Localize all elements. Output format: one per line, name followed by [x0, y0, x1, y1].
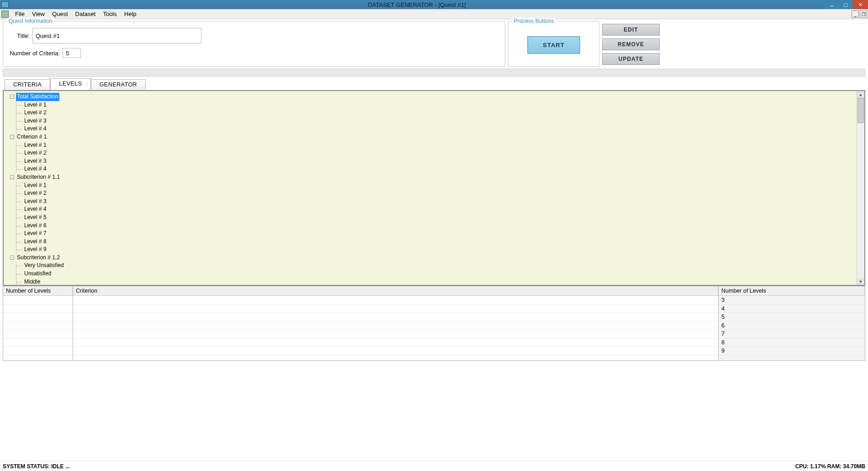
tree-leaf-label[interactable]: Level # 3 [23, 158, 48, 164]
right-levels-table: Number of Levels 3456789 [719, 286, 865, 360]
table-row[interactable] [3, 305, 73, 313]
quest-information-group: Quest Information Title: Number of Crite… [3, 21, 505, 67]
mdi-restore-button[interactable]: ❐ [860, 11, 867, 18]
tab-levels[interactable]: LEVELS [50, 78, 90, 90]
criteria-count-label: Number of Criteria: [8, 50, 60, 57]
start-button[interactable]: START [527, 36, 580, 54]
menu-tools[interactable]: Tools [99, 9, 120, 19]
tree-leaf-label[interactable]: Unsatisfied [23, 270, 52, 277]
tree-leaf-label[interactable]: Level # 2 [23, 150, 48, 156]
table-row[interactable] [3, 330, 73, 338]
menu-bar: File View Quest Dataset Tools Help [0, 9, 868, 19]
table-row[interactable] [73, 330, 718, 338]
tree-leaf-label[interactable]: Level # 1 [23, 182, 48, 188]
tree-leaf-label[interactable]: Level # 6 [23, 222, 48, 229]
scroll-up-icon[interactable]: ▲ [857, 91, 864, 98]
tree-leaf-label[interactable]: Level # 5 [23, 214, 48, 220]
criterion-table: Criterion [73, 286, 719, 360]
table-row[interactable] [3, 296, 73, 305]
bottom-tables: Number of Levels Criterion Number of Lev… [3, 286, 865, 361]
menu-help[interactable]: Help [121, 9, 140, 19]
tab-generator[interactable]: GENERATOR [91, 79, 146, 91]
tree-node-label[interactable]: Total Satisfaction [16, 93, 59, 101]
right-levels-header[interactable]: Number of Levels [719, 286, 865, 296]
process-legend: Process Buttons [512, 18, 556, 24]
criterion-header[interactable]: Criterion [73, 286, 718, 296]
tree-leaf-label[interactable]: Level # 2 [23, 190, 48, 196]
collapse-icon[interactable]: - [10, 175, 14, 179]
quest-info-legend: Quest Information [7, 18, 54, 24]
update-button[interactable]: UPDATE [602, 53, 660, 65]
table-row[interactable] [3, 338, 73, 347]
criteria-count-input[interactable] [63, 48, 81, 58]
table-row[interactable] [73, 296, 718, 305]
tree-scrollbar[interactable]: ▲ ▼ [857, 91, 864, 285]
table-row[interactable]: 7 [719, 330, 865, 338]
tree-panel: -Total SatisfactionLevel # 1Level # 2Lev… [3, 90, 865, 286]
tree-leaf-label[interactable]: Very Unsatisfied [23, 262, 65, 268]
separator-strip [3, 69, 865, 77]
action-buttons: EDIT REMOVE UPDATE [602, 21, 662, 67]
collapse-icon[interactable]: - [10, 256, 14, 260]
table-row[interactable]: 6 [719, 321, 865, 330]
table-row[interactable]: 8 [719, 338, 865, 347]
tree-leaf-label[interactable]: Level # 7 [23, 230, 48, 236]
tree-leaf-label[interactable]: Level # 2 [23, 109, 48, 116]
status-text: SYSTEM STATUS: IDLE ... [3, 463, 70, 470]
scroll-thumb[interactable] [857, 98, 864, 123]
menu-quest[interactable]: Quest [48, 9, 72, 19]
title-bar[interactable]: DATASET GENERATOR - [Quest #1] [0, 0, 868, 9]
title-label: Title: [8, 32, 30, 39]
table-row[interactable] [73, 338, 718, 347]
close-button[interactable] [852, 0, 868, 9]
process-buttons-group: Process Buttons START [508, 21, 599, 67]
menu-app-icon [1, 11, 9, 18]
mdi-minimize-button[interactable]: _ [852, 11, 859, 18]
table-row[interactable] [73, 347, 718, 355]
remove-button[interactable]: REMOVE [602, 38, 660, 50]
table-row[interactable] [73, 321, 718, 330]
tab-criteria[interactable]: CRITERIA [5, 79, 50, 91]
table-row[interactable]: 5 [719, 313, 865, 321]
tab-strip: CRITERIA LEVELS GENERATOR [5, 79, 868, 91]
tree-leaf-label[interactable]: Level # 1 [23, 102, 48, 108]
menu-dataset[interactable]: Dataset [72, 9, 100, 19]
minimize-button[interactable] [825, 0, 839, 9]
app-icon [1, 1, 9, 8]
level-tree[interactable]: -Total SatisfactionLevel # 1Level # 2Lev… [4, 91, 864, 286]
status-bar: SYSTEM STATUS: IDLE ... CPU: 1.17% RAM: … [0, 461, 868, 471]
collapse-icon[interactable]: - [10, 95, 14, 99]
tree-node-label[interactable]: Criterion # 1 [16, 133, 48, 141]
levels-count-header[interactable]: Number of Levels [3, 286, 73, 296]
tree-leaf-label[interactable]: Level # 4 [23, 125, 48, 132]
tree-leaf-label[interactable]: Level # 4 [23, 206, 48, 212]
tree-leaf-label[interactable]: Level # 9 [23, 246, 48, 252]
table-row[interactable]: 9 [719, 347, 865, 355]
tree-leaf-label[interactable]: Level # 4 [23, 166, 48, 172]
tree-leaf-label[interactable]: Level # 8 [23, 238, 48, 245]
tree-leaf-label[interactable]: Level # 3 [23, 118, 48, 124]
table-row[interactable] [3, 313, 73, 321]
table-row[interactable] [3, 321, 73, 330]
table-row[interactable] [3, 347, 73, 355]
title-input[interactable] [32, 28, 201, 43]
resource-usage: CPU: 1.17% RAM: 34.70MB [795, 463, 865, 470]
edit-button[interactable]: EDIT [602, 24, 660, 36]
tree-leaf-label[interactable]: Level # 3 [23, 198, 48, 204]
scroll-down-icon[interactable]: ▼ [857, 278, 864, 285]
levels-count-table: Number of Levels [3, 286, 73, 360]
table-row[interactable] [73, 313, 718, 321]
maximize-button[interactable] [839, 0, 852, 9]
table-row[interactable]: 4 [719, 305, 865, 313]
table-row[interactable]: 3 [719, 296, 865, 305]
tree-leaf-label[interactable]: Level # 1 [23, 142, 48, 148]
menu-view[interactable]: View [28, 9, 48, 19]
window-title: DATASET GENERATOR - [Quest #1] [9, 1, 825, 8]
collapse-icon[interactable]: - [10, 135, 14, 139]
tree-node-label[interactable]: Subcriterion # 1,2 [16, 254, 61, 262]
tree-node-label[interactable]: Subcriterion # 1,1 [16, 173, 61, 182]
table-row[interactable] [73, 305, 718, 313]
tree-leaf-label[interactable]: Middle [23, 278, 41, 285]
menu-file[interactable]: File [11, 9, 28, 19]
